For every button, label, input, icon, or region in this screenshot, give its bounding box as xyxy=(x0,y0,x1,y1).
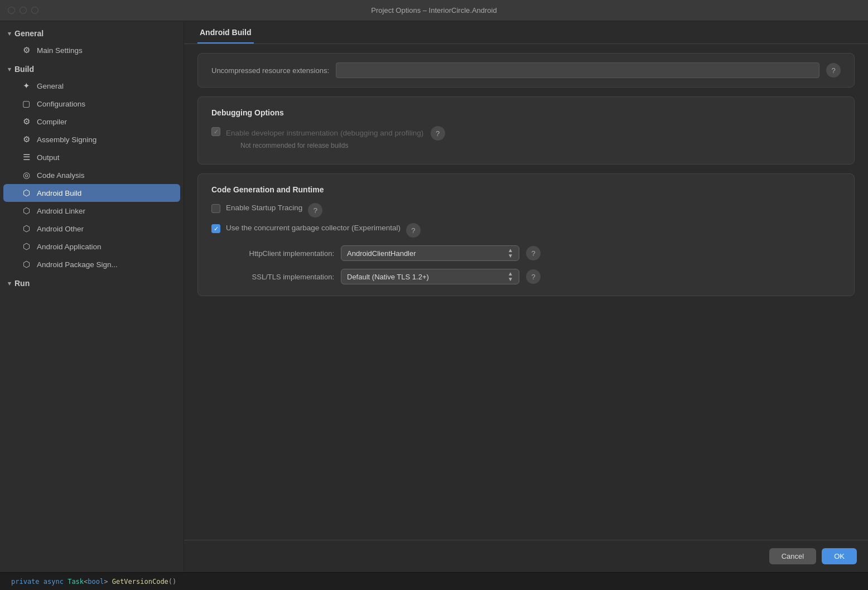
sidebar-item-general-build-label: General xyxy=(37,82,64,90)
sidebar-item-android-build[interactable]: ⬡ Android Build xyxy=(3,184,180,202)
code-method-name: GetVersionCode xyxy=(112,578,168,586)
code-analysis-icon: ◎ xyxy=(21,170,31,180)
ssltls-arrows: ▲▼ xyxy=(508,271,513,282)
chevron-down-icon: ▾ xyxy=(8,30,11,37)
code-type-bool: bool xyxy=(88,578,104,586)
sidebar-item-android-linker-label: Android Linker xyxy=(37,207,85,215)
sidebar-section-run-header[interactable]: ▾ Run xyxy=(0,275,184,291)
sidebar-item-assembly-signing-label: Assembly Signing xyxy=(37,136,97,144)
main-container: ▾ General ⚙ Main Settings ▾ Build ✦ Gene… xyxy=(0,21,868,572)
bottom-bar: Cancel OK xyxy=(184,540,868,572)
httpclient-row: HttpClient implementation: AndroidClient… xyxy=(211,245,841,261)
dev-instrumentation-help-button[interactable]: ? xyxy=(431,126,445,141)
top-section-card: Uncompressed resource extensions: ? xyxy=(197,53,855,88)
uncompressed-label: Uncompressed resource extensions: xyxy=(211,66,329,75)
concurrent-gc-row: Use the concurrent garbage collector (Ex… xyxy=(211,223,841,238)
enable-dev-instrumentation-label: Enable developer instrumentation (debugg… xyxy=(226,129,423,137)
sidebar-item-android-package-sign-label: Android Package Sign... xyxy=(37,260,118,269)
sidebar-item-main-settings[interactable]: ⚙ Main Settings xyxy=(0,41,184,59)
sidebar: ▾ General ⚙ Main Settings ▾ Build ✦ Gene… xyxy=(0,21,184,572)
ssltls-row: SSL/TLS implementation: Default (Native … xyxy=(211,269,841,284)
android-package-sign-icon: ⬡ xyxy=(21,259,31,269)
sidebar-item-android-other[interactable]: ⬡ Android Other xyxy=(0,220,184,238)
httpclient-value: AndroidClientHandler xyxy=(347,249,416,258)
sidebar-item-code-analysis-label: Code Analysis xyxy=(37,171,85,180)
gear-icon: ⚙ xyxy=(21,45,31,55)
maximize-button[interactable] xyxy=(31,7,38,14)
sidebar-item-main-settings-label: Main Settings xyxy=(37,46,83,55)
sidebar-section-general-label: General xyxy=(15,29,44,38)
ssltls-help-button[interactable]: ? xyxy=(526,269,541,284)
tab-bar: Android Build xyxy=(184,21,868,44)
sidebar-item-android-linker[interactable]: ⬡ Android Linker xyxy=(0,202,184,220)
sidebar-item-android-application[interactable]: ⬡ Android Application xyxy=(0,238,184,255)
sidebar-item-output[interactable]: ☰ Output xyxy=(0,148,184,166)
debugging-options-title: Debugging Options xyxy=(211,108,841,117)
httpclient-label: HttpClient implementation: xyxy=(211,249,334,258)
ssltls-select[interactable]: Default (Native TLS 1.2+) ▲▼ xyxy=(341,269,519,284)
enable-startup-tracing-label: Enable Startup Tracing xyxy=(226,203,302,214)
sidebar-section-general-header[interactable]: ▾ General xyxy=(0,26,184,41)
code-footer: private async Task<bool> GetVersionCode(… xyxy=(0,572,868,590)
concurrent-gc-help-button[interactable]: ? xyxy=(406,223,421,238)
sidebar-item-compiler[interactable]: ⚙ Compiler xyxy=(0,113,184,130)
chevron-right-icon: ▾ xyxy=(8,280,11,287)
chevron-down-icon: ▾ xyxy=(8,66,11,73)
content-area: Android Build Uncompressed resource exte… xyxy=(184,21,868,572)
sidebar-item-android-application-label: Android Application xyxy=(37,243,102,251)
sidebar-item-compiler-label: Compiler xyxy=(37,118,67,126)
httpclient-select[interactable]: AndroidClientHandler ▲▼ xyxy=(341,245,519,261)
output-icon: ☰ xyxy=(21,152,31,162)
sidebar-item-configurations-label: Configurations xyxy=(37,100,85,108)
sidebar-item-general-build[interactable]: ✦ General xyxy=(0,77,184,95)
android-application-icon: ⬡ xyxy=(21,241,31,252)
uncompressed-row: Uncompressed resource extensions: ? xyxy=(211,62,841,78)
sidebar-section-run-label: Run xyxy=(15,279,30,288)
dev-instrumentation-note: Not recommended for release builds xyxy=(226,142,445,149)
ok-button[interactable]: OK xyxy=(822,548,857,564)
cancel-button[interactable]: Cancel xyxy=(769,548,816,564)
httpclient-arrows: ▲▼ xyxy=(508,248,513,259)
sidebar-section-general: ▾ General ⚙ Main Settings xyxy=(0,26,184,59)
ssltls-label: SSL/TLS implementation: xyxy=(211,273,334,281)
code-generation-card: Code Generation and Runtime Enable Start… xyxy=(197,173,855,296)
enable-dev-instrumentation-checkbox[interactable] xyxy=(211,127,220,136)
concurrent-gc-checkbox[interactable] xyxy=(211,224,220,233)
window-title: Project Options – InteriorCircle.Android xyxy=(371,6,496,14)
enable-dev-instrumentation-label-group: Enable developer instrumentation (debugg… xyxy=(226,126,445,149)
titlebar: Project Options – InteriorCircle.Android xyxy=(0,0,868,21)
compiler-icon: ⚙ xyxy=(21,117,31,127)
sidebar-section-build-label: Build xyxy=(15,65,34,74)
sidebar-item-code-analysis[interactable]: ◎ Code Analysis xyxy=(0,166,184,184)
code-type-task: Task xyxy=(67,578,84,586)
httpclient-help-button[interactable]: ? xyxy=(526,246,541,260)
code-keyword-async: async xyxy=(44,578,64,586)
android-linker-icon: ⬡ xyxy=(21,206,31,216)
window-controls xyxy=(8,7,38,14)
uncompressed-help-button[interactable]: ? xyxy=(826,63,841,78)
uncompressed-input[interactable] xyxy=(336,62,819,78)
enable-startup-tracing-row: Enable Startup Tracing ? xyxy=(211,203,841,217)
enable-dev-instrumentation-row: Enable developer instrumentation (debugg… xyxy=(211,126,841,149)
startup-tracing-help-button[interactable]: ? xyxy=(308,203,322,217)
code-keyword-private: private xyxy=(11,578,40,586)
tab-android-build[interactable]: Android Build xyxy=(197,21,254,43)
minimize-button[interactable] xyxy=(20,7,27,14)
enable-startup-tracing-checkbox[interactable] xyxy=(211,204,220,213)
close-button[interactable] xyxy=(8,7,15,14)
android-build-icon: ⬡ xyxy=(21,188,31,198)
sidebar-item-configurations[interactable]: ▢ Configurations xyxy=(0,95,184,113)
sidebar-item-android-other-label: Android Other xyxy=(37,225,84,233)
sidebar-item-assembly-signing[interactable]: ⚙ Assembly Signing xyxy=(0,130,184,148)
ssltls-value: Default (Native TLS 1.2+) xyxy=(347,273,429,281)
android-other-icon: ⬡ xyxy=(21,224,31,234)
sidebar-section-build-header[interactable]: ▾ Build xyxy=(0,61,184,77)
assembly-signing-icon: ⚙ xyxy=(21,134,31,144)
content-scroll: Uncompressed resource extensions: ? Debu… xyxy=(184,44,868,540)
concurrent-gc-label: Use the concurrent garbage collector (Ex… xyxy=(226,223,401,234)
sidebar-item-output-label: Output xyxy=(37,153,60,162)
build-general-icon: ✦ xyxy=(21,81,31,91)
configurations-icon: ▢ xyxy=(21,99,31,109)
sidebar-item-android-package-sign[interactable]: ⬡ Android Package Sign... xyxy=(0,255,184,273)
sidebar-section-run: ▾ Run xyxy=(0,275,184,291)
